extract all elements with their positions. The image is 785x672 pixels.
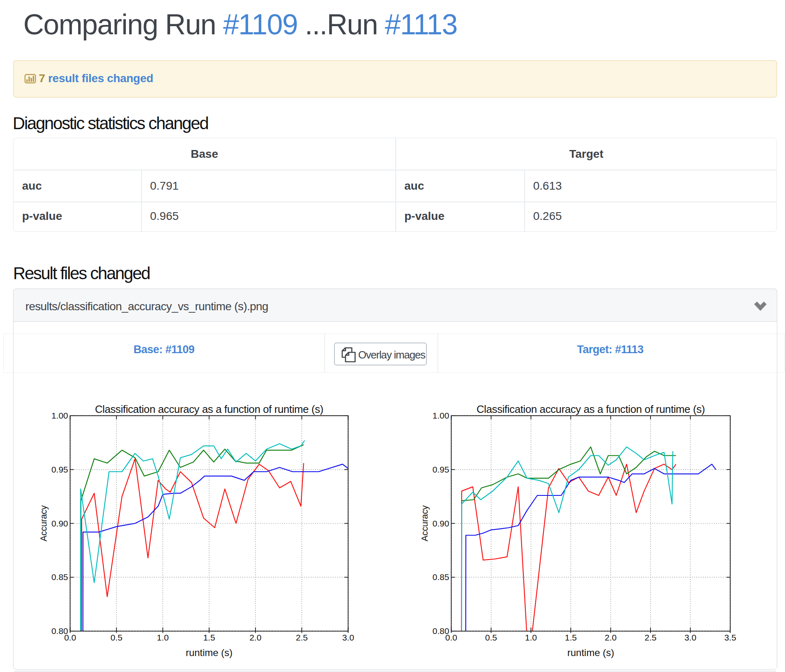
svg-text:0.95: 0.95 [433, 465, 449, 474]
svg-text:0.80: 0.80 [52, 626, 68, 636]
svg-text:2.0: 2.0 [605, 633, 617, 642]
svg-text:0.80: 0.80 [433, 626, 449, 636]
svg-text:3.0: 3.0 [342, 633, 354, 642]
svg-text:2.5: 2.5 [644, 633, 656, 642]
svg-text:0.90: 0.90 [433, 519, 449, 528]
svg-text:3.0: 3.0 [684, 633, 696, 642]
svg-text:runtime (s): runtime (s) [186, 647, 233, 658]
svg-text:1.5: 1.5 [565, 633, 576, 642]
svg-text:1.0: 1.0 [157, 633, 169, 642]
svg-text:2.0: 2.0 [249, 633, 261, 642]
svg-text:0.85: 0.85 [52, 572, 68, 582]
svg-text:Accuracy: Accuracy [419, 505, 430, 541]
svg-text:runtime (s): runtime (s) [567, 647, 614, 658]
svg-text:0.95: 0.95 [52, 465, 68, 474]
svg-text:0.5: 0.5 [110, 633, 122, 642]
svg-text:1.0: 1.0 [525, 633, 537, 642]
svg-text:2.5: 2.5 [296, 633, 308, 642]
svg-text:3.5: 3.5 [724, 633, 736, 642]
svg-text:Classification accuracy as a f: Classification accuracy as a function of… [476, 403, 705, 415]
svg-text:1.00: 1.00 [52, 411, 68, 420]
svg-text:1.00: 1.00 [433, 411, 449, 420]
svg-text:Accuracy: Accuracy [38, 505, 49, 541]
svg-text:0.90: 0.90 [52, 519, 68, 528]
svg-text:0.85: 0.85 [433, 572, 449, 582]
svg-text:Classification accuracy as a f: Classification accuracy as a function of… [95, 403, 323, 415]
svg-text:0.5: 0.5 [485, 633, 497, 642]
svg-text:1.5: 1.5 [203, 633, 215, 642]
